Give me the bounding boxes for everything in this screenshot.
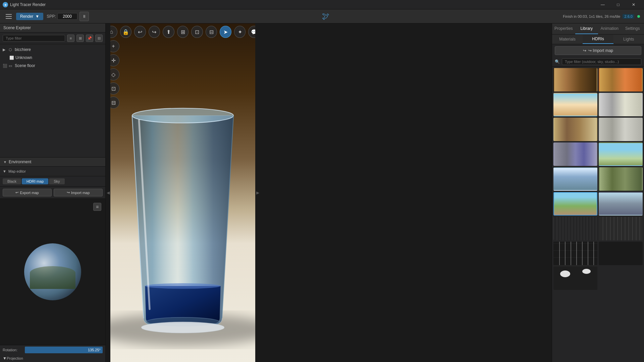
spp-label: SPP:: [47, 14, 56, 19]
env-chevron: ▼: [3, 160, 7, 164]
hdri-thumb-3[interactable]: [553, 93, 597, 116]
hdri-thumb-12[interactable]: [599, 192, 643, 216]
vp-grid-btn[interactable]: ⊡: [191, 26, 203, 38]
pause-button[interactable]: ⏸: [79, 12, 89, 21]
tab-settings[interactable]: Settings: [621, 23, 644, 34]
vp-render-active-btn[interactable]: ➤: [220, 26, 231, 38]
version-badge: 2.6.0: [623, 14, 634, 19]
right-panel-tabs: Properties Library Animation Settings: [552, 23, 644, 35]
vp-undo-btn[interactable]: ↩: [134, 26, 146, 38]
close-button[interactable]: ✕: [626, 0, 641, 9]
delete-icon[interactable]: 🗑: [83, 47, 89, 53]
hdri-thumb-9[interactable]: [553, 167, 597, 191]
spp-value[interactable]: 2000: [57, 13, 77, 20]
import-map-label: ↪ Import map: [588, 48, 613, 53]
tab-properties[interactable]: Properties: [552, 23, 575, 34]
menu-button[interactable]: [4, 12, 13, 21]
hdri-thumb-14[interactable]: [599, 217, 643, 240]
copy-icon[interactable]: ⧉: [90, 47, 96, 53]
scene-render: [106, 23, 260, 362]
hdri-thumb-1[interactable]: [553, 68, 597, 92]
copy-icon[interactable]: ⧉: [90, 55, 96, 61]
tree-item-unknown[interactable]: ⬜ Unknown 🗑 ⧉ ⋯: [0, 54, 105, 62]
import-map-button[interactable]: ↪ ↪ Import map: [555, 46, 641, 55]
scene-view-grid-btn[interactable]: ⊞: [76, 35, 84, 42]
hdri-thumb-7[interactable]: [553, 142, 597, 166]
render-button[interactable]: Render ▼: [16, 13, 43, 20]
tab-materials[interactable]: Materials: [552, 35, 583, 44]
glass-rim-top: [132, 108, 233, 123]
hdri-thumb-6[interactable]: [599, 118, 643, 141]
export-label: Export map: [20, 191, 39, 195]
vp-upload-btn[interactable]: ⬆: [163, 26, 174, 38]
right-resize-handle[interactable]: ▶: [255, 23, 260, 362]
scene-settings-btn[interactable]: ⊟: [95, 35, 103, 42]
tab-sky[interactable]: Sky: [49, 178, 64, 184]
viewport: [106, 23, 260, 362]
tree-item-bicchiere[interactable]: ▶ ⬡ bicchiere 🗑 ⧉ ⋯: [0, 46, 105, 54]
map-editor-chevron: ▼: [3, 169, 6, 173]
more-icon[interactable]: ⋯: [97, 55, 103, 61]
scene-explorer-header: Scene Explorer: [0, 23, 105, 33]
render-arrow: ▼: [35, 14, 39, 19]
scene-pin-btn[interactable]: 📌: [86, 35, 93, 42]
maximize-button[interactable]: □: [610, 0, 626, 9]
tab-hdris[interactable]: HDRIs: [583, 35, 613, 44]
minimize-button[interactable]: —: [595, 0, 610, 9]
copy-icon[interactable]: ⧉: [90, 63, 96, 69]
hdri-menu-button[interactable]: ≡: [93, 203, 101, 211]
tree-item-scene-floor[interactable]: ⬛ ▭ Scene floor 🗑 ⧉ ⋯: [0, 62, 105, 70]
map-editor-header[interactable]: ▼ Map editor: [3, 169, 103, 174]
scene-search-bar: ≡ ⊞ 📌 ⊟: [0, 33, 105, 44]
online-indicator: [637, 15, 640, 18]
vp-render-frame-btn[interactable]: ⊞: [177, 26, 189, 38]
environment-title: Environment: [9, 160, 31, 164]
hdri-grid: [552, 67, 644, 362]
vp-lock-btn[interactable]: 🔒: [120, 26, 132, 38]
hdri-thumb-11[interactable]: [553, 192, 597, 216]
projection-row[interactable]: ▼ Projection: [0, 355, 105, 362]
item-label-scene-floor: Scene floor: [15, 63, 82, 68]
vp-split-btn[interactable]: ⊟: [206, 26, 217, 38]
mesh-icon: ⬜: [9, 56, 14, 60]
more-icon[interactable]: ⋯: [97, 47, 103, 53]
toolbar-status: Finish in 00:03, 1x1 tiles, 26 ms/tile 2…: [563, 14, 640, 18]
rotation-value: 135.25°: [88, 348, 101, 352]
tab-hdri[interactable]: HDRI map: [22, 178, 48, 184]
scene-tree: ▶ ⬡ bicchiere 🗑 ⧉ ⋯ ⬜ Unknown 🗑 ⧉ ⋯: [0, 44, 105, 157]
water-surface: [145, 283, 220, 289]
hdri-thumb-17[interactable]: [553, 266, 597, 290]
plane-icon: ⬛: [3, 64, 7, 68]
projection-label: Projection: [7, 356, 103, 360]
hdri-thumb-4[interactable]: [599, 93, 643, 116]
delete-icon[interactable]: 🗑: [83, 63, 89, 69]
scene-filter-input[interactable]: [3, 35, 65, 42]
vp-redo-btn[interactable]: ↪: [149, 26, 160, 38]
hdri-thumb-5[interactable]: [553, 118, 597, 141]
left-resize-handle[interactable]: ◀: [106, 23, 110, 362]
main-toolbar: Render ▼ SPP: 2000 ⏸ 🕊 Finish in 00:03, …: [0, 9, 644, 23]
render-label: Render: [20, 14, 33, 19]
export-map-button[interactable]: ↩ Export map: [3, 189, 52, 196]
tab-lights[interactable]: Lights: [613, 35, 644, 44]
rotation-label: Rotation:: [3, 348, 23, 352]
tab-library[interactable]: Library: [575, 23, 598, 34]
hdri-thumb-16[interactable]: [599, 242, 643, 265]
right-resize-arrow: ▶: [256, 190, 259, 195]
hdri-thumb-8[interactable]: [599, 142, 643, 166]
scene-view-list-btn[interactable]: ≡: [67, 35, 74, 42]
pause-icon: ⏸: [82, 14, 86, 19]
scene-explorer: Scene Explorer ≡ ⊞ 📌 ⊟ ▶ ⬡ bicchiere 🗑 ⧉…: [0, 23, 105, 158]
hdri-thumb-2[interactable]: [599, 68, 643, 92]
tab-black[interactable]: Black: [3, 178, 21, 184]
hdri-thumb-13[interactable]: [553, 217, 597, 240]
material-tabs: Materials HDRIs Lights: [552, 35, 644, 44]
rotation-slider[interactable]: 135.25°: [25, 347, 103, 353]
tab-animation[interactable]: Animation: [598, 23, 621, 34]
more-icon[interactable]: ⋯: [97, 63, 103, 69]
hdri-thumb-10[interactable]: [599, 167, 643, 191]
import-map-button[interactable]: ↪ Import map: [54, 189, 103, 196]
delete-icon[interactable]: 🗑: [83, 55, 89, 61]
hdri-filter-input[interactable]: [562, 58, 641, 65]
hdri-thumb-15[interactable]: [553, 242, 597, 265]
